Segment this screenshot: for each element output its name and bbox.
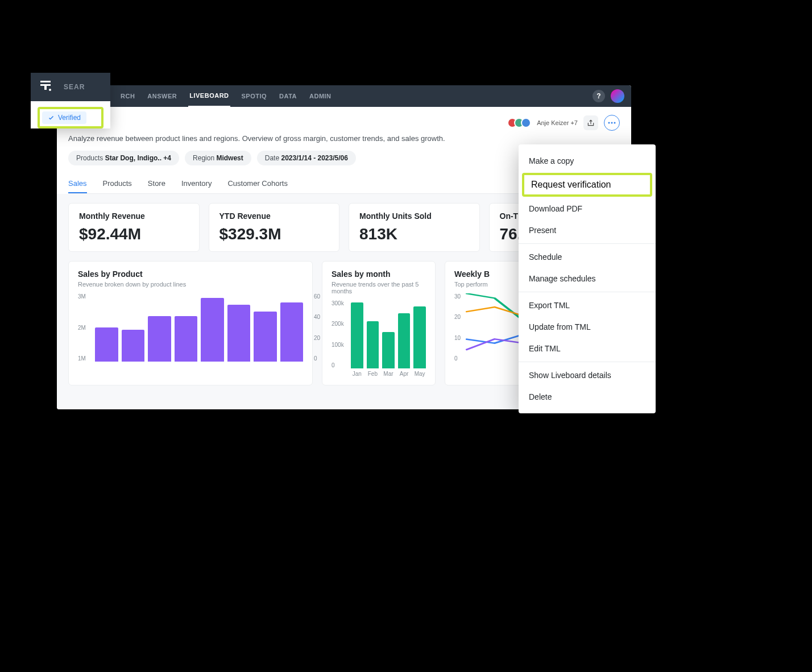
menu-manage-schedules[interactable]: Manage schedules (519, 268, 656, 289)
menu-request-verification-highlight: Request verification (522, 173, 652, 197)
chart-sales-by-month[interactable]: Sales by month Revenue trends over the p… (322, 261, 436, 385)
menu-delete[interactable]: Delete (519, 386, 656, 408)
tab-customer-cohorts[interactable]: Customer Cohorts (227, 175, 287, 193)
menu-present[interactable]: Present (519, 219, 656, 241)
bar (351, 302, 363, 368)
bar-chart: 3M 2M 1M 60 40 20 0 (78, 293, 303, 362)
kpi-value: $329.3M (219, 225, 329, 243)
bar (413, 306, 426, 368)
kpi-monthly-revenue[interactable]: Monthly Revenue $92.44M (68, 203, 200, 252)
bar (367, 321, 379, 368)
more-menu-button[interactable] (604, 115, 620, 131)
verified-badge[interactable]: Verified (42, 111, 86, 124)
menu-update-tml[interactable]: Update from TML (519, 316, 656, 338)
kpi-title: Monthly Revenue (79, 211, 189, 221)
topbar: RCH ANSWER LIVEBOARD SPOTIQ DATA ADMIN ? (57, 85, 631, 107)
svg-rect-5 (44, 84, 47, 90)
nav-admin[interactable]: ADMIN (308, 86, 333, 106)
svg-point-1 (611, 122, 613, 124)
chip-value: 2023/1/14 - 2023/5/06 (281, 154, 347, 162)
menu-separator (519, 362, 656, 362)
verified-badge-overlay: SEAR Verified (31, 73, 110, 128)
menu-make-copy[interactable]: Make a copy (519, 150, 656, 172)
chip-label: Products (76, 154, 103, 162)
chart-title: Sales by Product (78, 269, 303, 279)
kpi-title: Monthly Units Sold (359, 211, 469, 221)
menu-export-tml[interactable]: Export TML (519, 294, 656, 316)
nav-liveboard[interactable]: LIVEBOARD (188, 85, 230, 107)
bar (95, 327, 118, 362)
nav-spotiq[interactable]: SPOTIQ (241, 86, 268, 106)
bar (398, 313, 411, 368)
tab-inventory[interactable]: Inventory (181, 175, 212, 193)
chip-value: Star Dog, Indigo.. +4 (105, 154, 171, 162)
menu-edit-tml[interactable]: Edit TML (519, 338, 656, 359)
verified-label: Verified (58, 114, 81, 122)
svg-point-0 (608, 122, 610, 124)
shared-avatars[interactable] (511, 118, 531, 128)
chip-label: Date (265, 154, 279, 162)
bar (175, 316, 198, 362)
liveboard-description: Analyze revenue between product lines an… (68, 134, 620, 143)
bar (201, 298, 224, 362)
y-axis: 300k 200k 100k 0 (332, 300, 344, 368)
share-button[interactable] (583, 115, 598, 130)
filter-chip-date[interactable]: Date 2023/1/14 - 2023/5/06 (257, 151, 356, 165)
menu-show-details[interactable]: Show Liveboard details (519, 364, 656, 386)
menu-download-pdf[interactable]: Download PDF (519, 198, 656, 219)
tab-products[interactable]: Products (103, 175, 132, 193)
check-icon (48, 114, 55, 121)
chart-subtitle: Revenue broken down by product lines (78, 281, 303, 288)
kpi-title: YTD Revenue (219, 211, 329, 221)
search-label: SEAR (64, 83, 85, 91)
bar (227, 305, 251, 362)
tab-sales[interactable]: Sales (68, 175, 87, 193)
bar (122, 330, 145, 362)
svg-point-2 (614, 122, 616, 124)
svg-rect-3 (40, 81, 51, 82)
kpi-ytd-revenue[interactable]: YTD Revenue $329.3M (209, 203, 340, 252)
kpi-value: $92.44M (79, 225, 189, 243)
chart-sales-by-product[interactable]: Sales by Product Revenue broken down by … (68, 261, 313, 385)
user-count-label: Anje Keizer +7 (537, 119, 578, 126)
y-axis-secondary: 60 40 20 0 (314, 293, 320, 362)
menu-request-verification[interactable]: Request verification (531, 180, 611, 189)
y-axis: 30 20 10 0 (454, 293, 461, 362)
chart-title: Sales by month (332, 269, 426, 279)
kpi-units-sold[interactable]: Monthly Units Sold 813K (349, 203, 480, 252)
bar-chart: 300k 200k 100k 0 (332, 300, 426, 368)
menu-separator (519, 243, 656, 244)
nav-answer[interactable]: ANSWER (146, 86, 178, 106)
chip-label: Region (193, 154, 214, 162)
x-axis: Jan Feb Mar Apr May (332, 371, 426, 377)
help-icon[interactable]: ? (593, 90, 605, 102)
kpi-value: 813K (359, 225, 469, 243)
filter-chip-region[interactable]: Region Midwest (185, 151, 251, 165)
nav-search[interactable]: RCH (119, 86, 136, 106)
menu-separator (519, 292, 656, 292)
y-axis: 3M 2M 1M (78, 293, 86, 362)
chip-value: Midwest (216, 154, 243, 162)
verified-highlight: Verified (38, 107, 103, 128)
tab-store[interactable]: Store (148, 175, 165, 193)
avatar-dot (521, 118, 531, 128)
bar (382, 332, 395, 368)
user-avatar[interactable] (611, 89, 624, 103)
bar (254, 312, 277, 362)
svg-point-6 (49, 89, 51, 91)
filter-chip-products[interactable]: Products Star Dog, Indigo.. +4 (68, 151, 179, 165)
logo-icon (39, 78, 52, 96)
menu-schedule[interactable]: Schedule (519, 246, 656, 268)
more-menu-dropdown: Make a copy Request verification Downloa… (519, 144, 656, 413)
bar (280, 302, 304, 362)
chart-subtitle: Revenue trends over the past 5 months (332, 281, 426, 294)
badge-topbar: SEAR (31, 73, 110, 101)
bar (148, 316, 171, 362)
nav-data[interactable]: DATA (278, 86, 298, 106)
